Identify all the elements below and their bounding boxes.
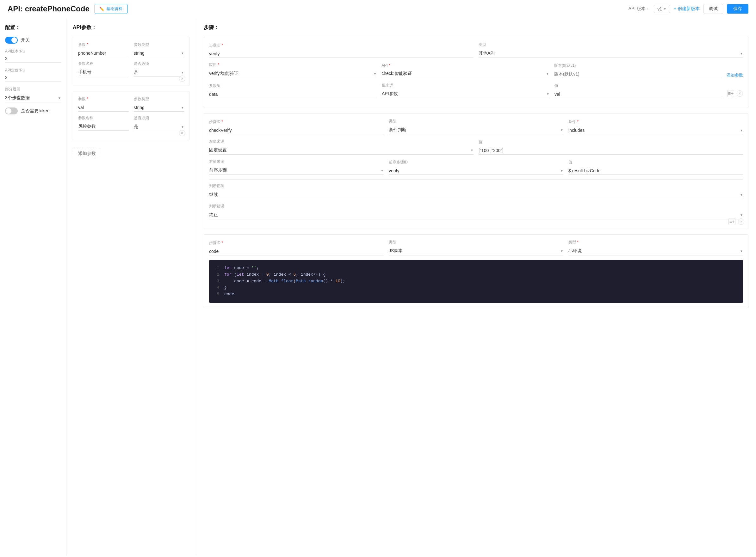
step2-right-value-input[interactable]	[568, 167, 743, 175]
step1-version-input[interactable]	[554, 70, 722, 78]
param2-row-2: 参数名称 是否必须 是 ▼	[78, 115, 184, 131]
param1-required-field: 是否必须 是 ▼	[134, 61, 185, 77]
save-button[interactable]: 保存	[727, 4, 748, 13]
step2-value-field: 值	[479, 139, 743, 154]
chevron-down-icon: ▼	[546, 72, 549, 76]
step2-value-input[interactable]	[479, 147, 743, 154]
param2-close-button[interactable]: ×	[179, 130, 185, 136]
step2-judge-err-select[interactable]: 终止 ▼	[209, 211, 743, 219]
step1-add-row-icon[interactable]: ≡+	[727, 90, 734, 97]
param1-name-label: 参数 *	[78, 42, 129, 48]
param1-name-input[interactable]	[78, 49, 129, 57]
step3-type2-field: 类型 * Js环境 ▼	[568, 240, 743, 256]
chevron-down-icon: ▼	[181, 71, 184, 74]
param2-display-name-label: 参数名称	[78, 115, 129, 121]
step1-param-input[interactable]	[209, 90, 377, 98]
step2-right-source-select[interactable]: 前序步骤 ▼	[209, 166, 384, 175]
step1-app-select[interactable]: verify:智能验证 ▼	[209, 69, 376, 78]
step2-actions: ≡+ ×	[728, 218, 744, 225]
step1-value-input[interactable]	[555, 90, 722, 98]
edit-icon: ✏️	[99, 7, 104, 11]
partial-return-select[interactable]: 3个步骤数据 ▼	[5, 94, 61, 102]
param2-type-select[interactable]: string ▼	[134, 104, 185, 112]
param2-required-select[interactable]: 是 ▼	[134, 123, 185, 131]
token-label: 是否需要token	[21, 108, 49, 114]
step2-id-input[interactable]	[209, 126, 384, 134]
step3-id-input[interactable]	[209, 247, 384, 256]
param-row-1: 参数 * 参数类型 string ▼	[78, 42, 184, 57]
step2-left-source-select[interactable]: 固定设置 ▼	[209, 146, 474, 154]
create-version-button[interactable]: + 创建新版本	[674, 6, 700, 12]
token-toggle[interactable]	[5, 108, 18, 114]
api-version-config-label: API版本:RU	[5, 49, 61, 54]
param1-display-name-input[interactable]	[78, 68, 129, 76]
chevron-down-icon: ▼	[381, 169, 384, 172]
chevron-down-icon: ▼	[740, 193, 743, 197]
basic-info-button[interactable]: ✏️ 基础资料	[94, 4, 128, 14]
step1-type-select[interactable]: 其他API ▼	[479, 49, 743, 58]
step2-row-1: 步骤ID * 类型 条件判断 ▼ 条件 * include	[209, 119, 743, 134]
code-line-5: 5 code	[214, 291, 738, 298]
step1-api-select[interactable]: check:智能验证 ▼	[382, 69, 549, 78]
param1-type-label: 参数类型	[134, 42, 185, 48]
partial-return-config: 部分返回 3个步骤数据 ▼	[5, 87, 61, 102]
step2-judge-err-field: 判断错误 终止 ▼	[209, 204, 743, 219]
add-param-button[interactable]: 添加参数	[73, 148, 101, 159]
step2-judge-ok-select[interactable]: 继续 ▼	[209, 190, 743, 199]
debug-button[interactable]: 调试	[703, 4, 723, 14]
param2-name-input[interactable]	[78, 104, 129, 112]
code-editor[interactable]: 1 let code = ''; 2 for (let index = 0; i…	[209, 260, 743, 303]
param2-display-name-input[interactable]	[78, 123, 129, 130]
chevron-down-icon: ▼	[740, 52, 743, 55]
step1-source-select[interactable]: API参数 ▼	[382, 90, 550, 98]
step3-type2-select[interactable]: Js环境 ▼	[568, 247, 743, 256]
chevron-down-icon: ▼	[58, 96, 61, 100]
step1-add-param-link[interactable]: 添加参数	[727, 72, 743, 78]
chevron-down-icon: ▼	[560, 250, 563, 253]
toggle-row: 开关	[5, 37, 61, 43]
step1-version-field: 版本(默认v1)	[554, 63, 722, 78]
step1-param-item-field: 参数项	[209, 83, 377, 98]
param1-name-field: 参数 *	[78, 42, 129, 57]
code-line-1: 1 let code = '';	[214, 265, 738, 271]
chevron-down-icon: ▼	[470, 149, 474, 152]
switch-toggle[interactable]	[5, 37, 18, 43]
chevron-down-icon: ▼	[740, 213, 743, 217]
page-title: API: createPhoneCode	[8, 4, 89, 13]
step1-id-input[interactable]	[209, 50, 474, 58]
params-panel: API参数： 参数 * 参数类型 string ▼	[66, 18, 196, 556]
step1-api-field: API * check:智能验证 ▼	[382, 63, 549, 78]
code-line-4: 4 }	[214, 285, 738, 291]
step2-close-button[interactable]: ×	[738, 218, 744, 225]
step2-condition-field: 条件 * includes ▼	[568, 119, 743, 134]
chevron-down-icon: ▼	[560, 169, 563, 173]
version-select[interactable]: v1 ▼	[654, 5, 670, 13]
code-line-3: 3 code = code + Math.floor(Math.random()…	[214, 278, 738, 285]
step2-judge-ok-row: 判断正确 继续 ▼	[209, 183, 743, 199]
step-card-3: 步骤ID * 类型 JS脚本 ▼ 类型 * Js环境	[204, 234, 748, 308]
step2-prev-step-select[interactable]: verify ▼	[389, 167, 563, 175]
steps-panel: 步骤： 步骤ID * 类型 其他API ▼	[196, 18, 756, 556]
step-card-1: 步骤ID * 类型 其他API ▼ 应用 *	[204, 37, 748, 108]
step1-row-2: 应用 * verify:智能验证 ▼ API * check:智能验证 ▼	[209, 62, 743, 78]
step2-condition-select[interactable]: includes ▼	[568, 126, 743, 134]
param1-type-select[interactable]: string ▼	[134, 49, 185, 57]
steps-section-title: 步骤：	[204, 24, 748, 31]
param1-close-button[interactable]: ×	[179, 76, 185, 82]
chevron-down-icon: ▼	[740, 129, 743, 132]
main-layout: 配置： 开关 API版本:RU 2 API定价:RU 2 部分返回 3个步骤数据…	[0, 18, 756, 556]
header-left: API: createPhoneCode ✏️ 基础资料	[8, 4, 128, 14]
step2-add-icon[interactable]: ≡+	[728, 218, 735, 225]
step3-type-select[interactable]: JS脚本 ▼	[389, 247, 563, 256]
param1-required-select[interactable]: 是 ▼	[134, 68, 185, 77]
toggle-off-circle	[6, 108, 11, 114]
step1-param-row: 参数项 值来源 API参数 ▼ 值 ≡+ ×	[209, 83, 743, 98]
code-line-2: 2 for (let index = 0; index < 6; index++…	[214, 271, 738, 278]
step-card-2: 步骤ID * 类型 条件判断 ▼ 条件 * include	[204, 113, 748, 229]
step2-type-select[interactable]: 条件判断 ▼	[389, 126, 563, 134]
api-price-value: 2	[5, 75, 61, 82]
param2-required-label: 是否必须	[134, 115, 185, 121]
param2-name-label: 参数 *	[78, 96, 129, 102]
step1-param-close-button[interactable]: ×	[737, 90, 743, 97]
chevron-down-icon: ▼	[181, 52, 184, 55]
